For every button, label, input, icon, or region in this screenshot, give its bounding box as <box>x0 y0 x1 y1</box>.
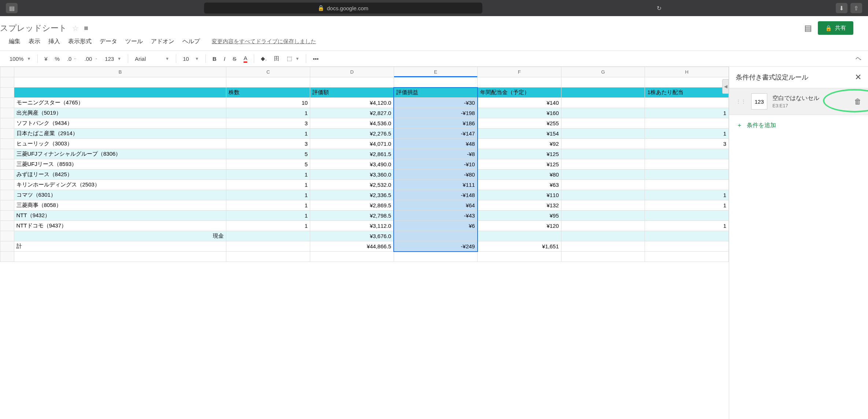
spreadsheet-grid[interactable]: ◀ B C D E F G H 株数 評価額 評価損益 年間配当金（予定） <box>0 67 729 419</box>
cell[interactable]: -¥198 <box>394 108 478 118</box>
cell[interactable]: ¥3,360.0 <box>310 170 394 180</box>
cell[interactable]: ¥111 <box>394 180 478 190</box>
add-rule-button[interactable]: ＋ 条件を追加 <box>729 115 868 136</box>
cell[interactable]: 1 <box>226 170 310 180</box>
fill-color-button[interactable]: ◆. <box>258 54 270 63</box>
menu-addons[interactable]: アドオン <box>147 36 178 47</box>
cell[interactable]: ¥132 <box>478 200 561 211</box>
cell[interactable]: ¥80 <box>478 170 561 180</box>
bold-button[interactable]: B <box>209 54 219 63</box>
cell[interactable]: ¥255 <box>478 118 561 129</box>
cell[interactable] <box>645 98 729 108</box>
cell[interactable]: ¥4,536.0 <box>310 118 394 129</box>
merge-button[interactable]: ⬚▼ <box>284 54 302 63</box>
close-icon[interactable]: ✕ <box>855 73 861 82</box>
more-button[interactable]: ••• <box>310 54 322 63</box>
cell[interactable]: 3 <box>226 139 310 149</box>
cell[interactable]: NTT（9432） <box>14 211 226 221</box>
download-icon[interactable]: ⬇ <box>836 3 847 13</box>
delete-rule-icon[interactable]: 🗑 <box>854 97 861 106</box>
cell[interactable]: 三菱UFJリース（8593） <box>14 159 226 170</box>
cell[interactable]: ¥140 <box>478 98 561 108</box>
cell[interactable]: 1 <box>645 108 729 118</box>
share-icon[interactable]: ⇧ <box>850 3 862 13</box>
font-dropdown[interactable]: Arial▼ <box>132 54 172 63</box>
cell[interactable]: ¥2,276.5 <box>310 129 394 139</box>
percent-button[interactable]: % <box>52 54 63 63</box>
cell[interactable]: 5 <box>226 149 310 159</box>
text-color-button[interactable]: A <box>241 53 250 64</box>
cell[interactable]: ¥2,861.5 <box>310 149 394 159</box>
cell[interactable]: 1 <box>645 129 729 139</box>
decrease-decimal[interactable]: .0← <box>64 54 80 63</box>
star-icon[interactable]: ☆ <box>72 24 79 33</box>
col-header-d[interactable]: D <box>310 67 394 77</box>
cell[interactable]: -¥30 <box>394 98 478 108</box>
cell[interactable]: 1 <box>226 190 310 200</box>
folder-icon[interactable]: ■ <box>84 24 88 32</box>
italic-button[interactable]: I <box>221 54 228 63</box>
url-bar[interactable]: 🔒 docs.google.com <box>204 3 482 14</box>
share-button[interactable]: 🔒 共有 <box>818 21 853 35</box>
cell[interactable]: ¥3,112.0 <box>310 221 394 231</box>
col-header-e[interactable]: E <box>394 67 478 77</box>
increase-decimal[interactable]: .00→ <box>81 54 100 63</box>
format-dropdown[interactable]: 123▼ <box>102 54 124 63</box>
cell[interactable]: 1 <box>645 200 729 211</box>
cell[interactable]: 1 <box>226 200 310 211</box>
cell[interactable]: 10 <box>226 98 310 108</box>
cell[interactable] <box>645 211 729 221</box>
cell[interactable]: 日本たばこ産業（2914） <box>14 129 226 139</box>
header-pershare[interactable]: 1株あたり配当 <box>645 88 729 98</box>
cell[interactable]: ¥154 <box>478 129 561 139</box>
cell[interactable]: ¥2,532.0 <box>310 180 394 190</box>
explore-tab-icon[interactable]: ◀ <box>722 79 729 94</box>
cell[interactable]: ソフトバンク（9434） <box>14 118 226 129</box>
format-rule-item[interactable]: ⋮⋮ 123 空白ではないセル E3:E17 🗑 <box>729 88 868 115</box>
cell[interactable]: ヒューリック（3003） <box>14 139 226 149</box>
cell[interactable]: ¥2,336.5 <box>310 190 394 200</box>
menu-view[interactable]: 表示 <box>25 36 44 47</box>
drag-handle-icon[interactable]: ⋮⋮ <box>736 99 746 104</box>
cell[interactable]: NTTドコモ（9437） <box>14 221 226 231</box>
cell[interactable]: 三菱商事（8058） <box>14 200 226 211</box>
cell[interactable] <box>645 180 729 190</box>
col-header-h[interactable]: H <box>645 67 729 77</box>
cell[interactable]: 3 <box>645 139 729 149</box>
font-size-dropdown[interactable]: 10▼ <box>180 54 202 63</box>
cell[interactable]: -¥147 <box>394 129 478 139</box>
cell[interactable]: ¥4,120.0 <box>310 98 394 108</box>
col-header-f[interactable]: F <box>478 67 561 77</box>
cell[interactable]: ¥48 <box>394 139 478 149</box>
zoom-dropdown[interactable]: 100%▼ <box>7 54 34 63</box>
cell[interactable]: キリンホールディングス（2503） <box>14 180 226 190</box>
header-gainloss[interactable]: 評価損益 <box>394 88 478 98</box>
cell[interactable]: モーニングスター（4765） <box>14 98 226 108</box>
menu-insert[interactable]: 挿入 <box>45 36 64 47</box>
cell[interactable]: ¥2,869.5 <box>310 200 394 211</box>
cell[interactable]: ¥125 <box>478 149 561 159</box>
menu-help[interactable]: ヘルプ <box>179 36 204 47</box>
cell[interactable]: 1 <box>226 211 310 221</box>
cell[interactable]: 5 <box>226 159 310 170</box>
comment-icon[interactable]: ▤ <box>804 23 812 33</box>
document-title[interactable]: スプレッドシート <box>0 23 67 34</box>
cell[interactable]: 三菱UFJフィナンシャルグループ（8306） <box>14 149 226 159</box>
cell[interactable]: ¥4,071.0 <box>310 139 394 149</box>
cell[interactable] <box>645 170 729 180</box>
borders-button[interactable]: 田 <box>271 54 282 64</box>
header-shares[interactable]: 株数 <box>226 88 310 98</box>
cell[interactable]: ¥125 <box>478 159 561 170</box>
cell[interactable] <box>645 118 729 129</box>
cell[interactable]: コマツ（6301） <box>14 190 226 200</box>
cell[interactable]: ¥120 <box>478 221 561 231</box>
cell[interactable]: ¥3,490.0 <box>310 159 394 170</box>
cell[interactable]: 1 <box>226 129 310 139</box>
collapse-toolbar-icon[interactable]: ヘ <box>856 55 861 63</box>
cell[interactable]: 1 <box>226 108 310 118</box>
menu-tools[interactable]: ツール <box>122 36 146 47</box>
cell[interactable]: 出光興産（5019） <box>14 108 226 118</box>
menu-data[interactable]: データ <box>96 36 121 47</box>
cell[interactable]: 1 <box>226 221 310 231</box>
cell[interactable]: -¥148 <box>394 190 478 200</box>
